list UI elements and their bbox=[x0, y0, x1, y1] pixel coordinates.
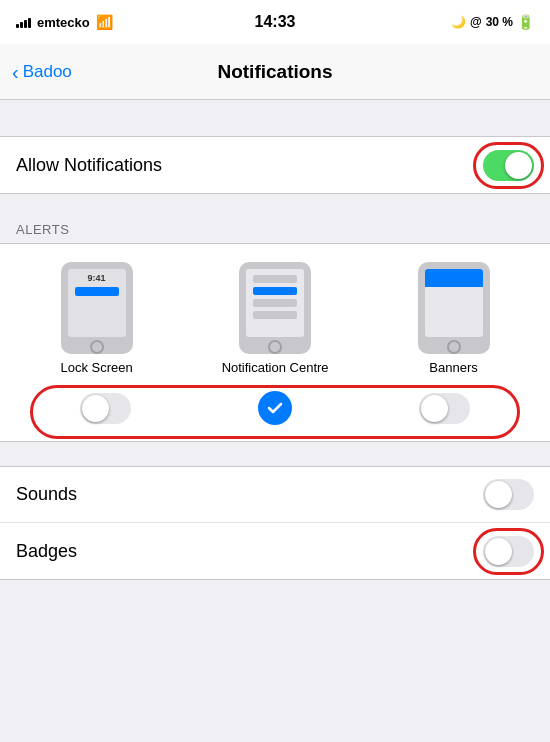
badges-toggle-wrapper bbox=[483, 536, 534, 567]
nc-bar4 bbox=[253, 311, 297, 319]
banner-home-button bbox=[447, 340, 461, 354]
notification-centre-label: Notification Centre bbox=[222, 360, 329, 375]
alert-type-notification-centre: Notification Centre bbox=[222, 262, 329, 375]
signal-icon bbox=[16, 16, 31, 28]
status-bar: emtecko 📶 14:33 🌙 @ 30 % 🔋 bbox=[0, 0, 550, 44]
nc-home-button bbox=[268, 340, 282, 354]
nc-bar2 bbox=[253, 287, 297, 295]
lock-screen-selector[interactable] bbox=[80, 393, 131, 424]
checkmark-icon bbox=[266, 399, 284, 417]
page-title: Notifications bbox=[217, 61, 332, 83]
allow-notifications-label: Allow Notifications bbox=[16, 155, 162, 176]
alerts-header: ALERTS bbox=[0, 214, 550, 243]
toggle-knob bbox=[505, 152, 532, 179]
allow-notifications-toggle-wrapper bbox=[483, 150, 534, 181]
nc-bar3 bbox=[253, 299, 297, 307]
allow-notifications-toggle[interactable] bbox=[483, 150, 534, 181]
alerts-icons-row: 9:41 Lock Screen Notification Centre bbox=[0, 244, 550, 383]
sounds-knob bbox=[485, 481, 512, 508]
alerts-group: 9:41 Lock Screen Notification Centre bbox=[0, 243, 550, 442]
section-gap-top bbox=[0, 100, 550, 136]
alert-type-lock-screen: 9:41 Lock Screen bbox=[60, 262, 132, 375]
notification-centre-selector[interactable] bbox=[258, 391, 292, 425]
badges-toggle[interactable] bbox=[483, 536, 534, 567]
banner-bar bbox=[425, 269, 483, 287]
section-gap-alerts bbox=[0, 194, 550, 214]
battery-percent: 30 % bbox=[486, 15, 513, 29]
banners-label: Banners bbox=[429, 360, 477, 375]
lock-screen-notif bbox=[75, 287, 119, 296]
sounds-badges-group: Sounds Badges bbox=[0, 466, 550, 580]
lock-screen-screen: 9:41 bbox=[68, 269, 126, 337]
lock-screen-label: Lock Screen bbox=[60, 360, 132, 375]
banners-selector[interactable] bbox=[419, 393, 470, 424]
alert-selector-row bbox=[0, 383, 550, 441]
status-time: 14:33 bbox=[255, 13, 296, 31]
badges-knob bbox=[485, 538, 512, 565]
nc-screen bbox=[246, 269, 304, 337]
section-gap-sounds bbox=[0, 442, 550, 466]
wifi-icon: 📶 bbox=[96, 14, 113, 30]
sounds-toggle[interactable] bbox=[483, 479, 534, 510]
lock-screen-mockup: 9:41 bbox=[61, 262, 133, 354]
back-label: Badoo bbox=[23, 62, 72, 82]
badges-row: Badges bbox=[0, 523, 550, 579]
status-right: 🌙 @ 30 % 🔋 bbox=[451, 14, 534, 30]
location-icon: @ bbox=[470, 15, 482, 29]
back-button[interactable]: ‹ Badoo bbox=[12, 62, 72, 82]
allow-notifications-row: Allow Notifications bbox=[0, 137, 550, 193]
lock-screen-knob bbox=[82, 395, 109, 422]
sounds-row: Sounds bbox=[0, 467, 550, 523]
moon-icon: 🌙 bbox=[451, 15, 466, 29]
battery-icon: 🔋 bbox=[517, 14, 534, 30]
nc-bar1 bbox=[253, 275, 297, 283]
status-left: emtecko 📶 bbox=[16, 14, 113, 30]
alert-type-banners: Banners bbox=[418, 262, 490, 375]
allow-notifications-group: Allow Notifications bbox=[0, 136, 550, 194]
banner-screen bbox=[425, 269, 483, 337]
chevron-left-icon: ‹ bbox=[12, 62, 19, 82]
notification-centre-mockup bbox=[239, 262, 311, 354]
banners-knob bbox=[421, 395, 448, 422]
badges-label: Badges bbox=[16, 541, 77, 562]
lock-screen-home-button bbox=[90, 340, 104, 354]
banners-mockup bbox=[418, 262, 490, 354]
carrier-label: emtecko bbox=[37, 15, 90, 30]
sounds-label: Sounds bbox=[16, 484, 77, 505]
nav-bar: ‹ Badoo Notifications bbox=[0, 44, 550, 100]
lock-screen-time: 9:41 bbox=[68, 273, 126, 283]
